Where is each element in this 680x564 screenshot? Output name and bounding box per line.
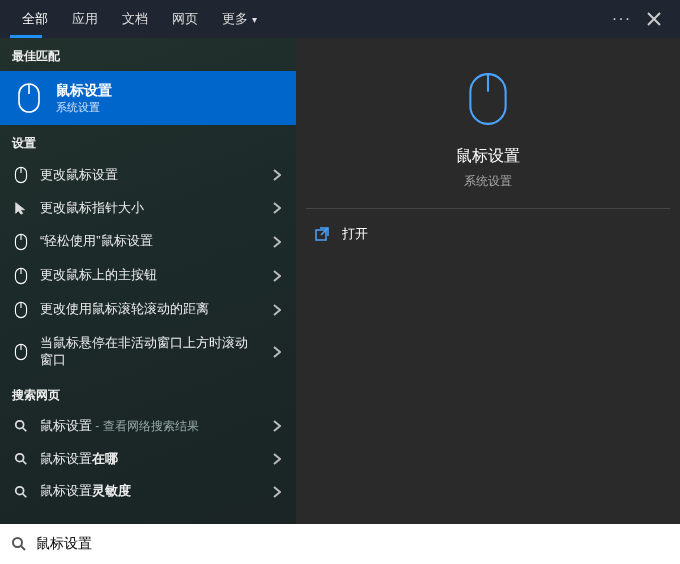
chevron-right-icon (270, 420, 284, 432)
settings-result-change-mouse[interactable]: 更改鼠标设置 (0, 158, 296, 192)
chevron-right-icon (270, 453, 284, 465)
svg-line-13 (23, 428, 27, 432)
settings-result-ease-mouse[interactable]: “轻松使用”鼠标设置 (0, 225, 296, 259)
settings-result-hover-scroll[interactable]: 当鼠标悬停在非活动窗口上方时滚动窗口 (0, 327, 296, 377)
settings-result-primary-button[interactable]: 更改鼠标上的主按钮 (0, 259, 296, 293)
detail-panel: 鼠标设置 系统设置 打开 (296, 38, 680, 524)
result-label: 更改使用鼠标滚轮滚动的距离 (40, 301, 260, 318)
svg-line-15 (23, 461, 27, 465)
tab-apps[interactable]: 应用 (60, 0, 110, 38)
open-label: 打开 (342, 225, 368, 243)
open-icon (314, 226, 330, 242)
result-label: 更改鼠标上的主按钮 (40, 267, 260, 284)
search-bar (0, 524, 680, 564)
close-icon (647, 12, 661, 26)
chevron-right-icon (270, 236, 284, 248)
result-label: 鼠标设置在哪 (40, 451, 260, 468)
svg-point-12 (16, 421, 24, 429)
svg-line-22 (21, 546, 25, 550)
chevron-down-icon: ▾ (252, 14, 257, 25)
svg-point-14 (16, 454, 24, 462)
search-icon (12, 452, 30, 466)
mouse-icon (12, 343, 30, 361)
svg-line-17 (23, 494, 27, 498)
settings-result-wheel-distance[interactable]: 更改使用鼠标滚轮滚动的距离 (0, 293, 296, 327)
section-best-match: 最佳匹配 (0, 38, 296, 71)
detail-title: 鼠标设置 (456, 146, 520, 167)
mouse-icon (12, 233, 30, 251)
tab-more[interactable]: 更多 ▾ (210, 0, 269, 38)
close-button[interactable] (638, 0, 670, 38)
tab-documents[interactable]: 文档 (110, 0, 160, 38)
more-options-button[interactable]: ··· (606, 10, 638, 28)
open-action[interactable]: 打开 (296, 209, 680, 259)
section-settings: 设置 (0, 125, 296, 158)
chevron-right-icon (270, 346, 284, 358)
section-web: 搜索网页 (0, 377, 296, 410)
detail-subtitle: 系统设置 (464, 173, 512, 190)
cursor-icon (12, 201, 30, 215)
mouse-icon (12, 81, 46, 115)
results-panel: 最佳匹配 鼠标设置 系统设置 设置 更改鼠标设置 (0, 38, 296, 524)
search-icon (12, 419, 30, 433)
web-result-where[interactable]: 鼠标设置在哪 (0, 443, 296, 476)
result-label: 鼠标设置 - 查看网络搜索结果 (40, 418, 260, 435)
chevron-right-icon (270, 304, 284, 316)
settings-result-pointer-size[interactable]: 更改鼠标指针大小 (0, 192, 296, 225)
chevron-right-icon (270, 486, 284, 498)
web-result-sensitivity[interactable]: 鼠标设置灵敏度 (0, 475, 296, 508)
chevron-right-icon (270, 202, 284, 214)
result-label: 更改鼠标指针大小 (40, 200, 260, 217)
tab-more-label: 更多 (222, 10, 248, 28)
svg-point-16 (16, 487, 24, 495)
mouse-icon (460, 66, 516, 132)
search-scope-tabs: 全部 应用 文档 网页 更多 ▾ ··· (0, 0, 680, 38)
result-label: 当鼠标悬停在非活动窗口上方时滚动窗口 (40, 335, 260, 369)
mouse-icon (12, 166, 30, 184)
chevron-right-icon (270, 169, 284, 181)
best-match-title: 鼠标设置 (56, 82, 112, 100)
search-icon (12, 485, 30, 499)
search-input[interactable] (36, 536, 670, 552)
best-match-item[interactable]: 鼠标设置 系统设置 (0, 71, 296, 125)
tab-web[interactable]: 网页 (160, 0, 210, 38)
mouse-icon (12, 267, 30, 285)
svg-point-21 (13, 538, 22, 547)
best-match-subtitle: 系统设置 (56, 100, 112, 115)
tab-all[interactable]: 全部 (10, 0, 60, 38)
result-label: “轻松使用”鼠标设置 (40, 233, 260, 250)
result-label: 鼠标设置灵敏度 (40, 483, 260, 500)
chevron-right-icon (270, 270, 284, 282)
mouse-icon (12, 301, 30, 319)
result-label: 更改鼠标设置 (40, 167, 260, 184)
search-icon (10, 536, 28, 552)
web-result-search[interactable]: 鼠标设置 - 查看网络搜索结果 (0, 410, 296, 443)
